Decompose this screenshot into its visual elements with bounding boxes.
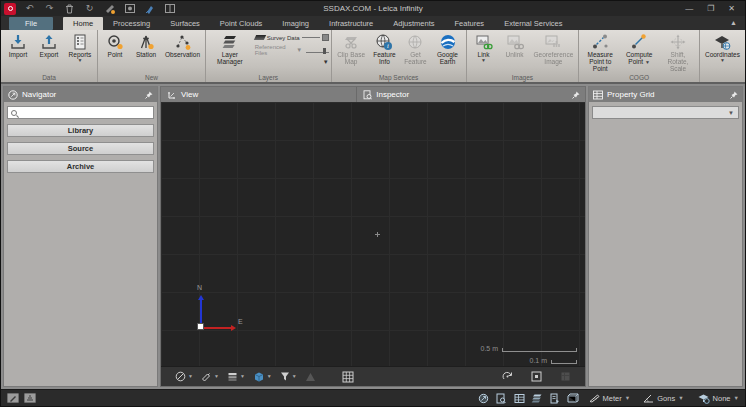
new-station-button[interactable]: Station [131,31,161,58]
search-input[interactable] [20,108,150,117]
tab-point-clouds[interactable]: Point Clouds [210,17,273,30]
tab-home[interactable]: Home [63,17,103,30]
origin-marker [197,323,204,330]
navigator-panel: Navigator Library Source Archive [3,86,158,387]
layer-row-survey-data[interactable]: Survey Data [255,34,329,41]
import-button[interactable]: Import [3,31,33,58]
toggle-navigator-icon[interactable] [477,392,490,404]
tab-infrastructure[interactable]: Infrastructure [319,17,383,30]
property-object-selector[interactable]: ▼ [592,106,739,119]
toggle-inspector-icon[interactable] [495,392,508,404]
navigator-item-library[interactable]: Library [7,124,154,137]
grid-toggle-button[interactable] [340,370,356,384]
layer-manager-button[interactable]: Layer Manager [208,31,252,65]
filter-button[interactable]: ▼ [278,370,299,383]
property-grid-pin-icon[interactable] [730,91,738,99]
property-grid-icon [593,90,603,100]
view-container: View Inspector N E [160,86,586,387]
distance-unit-dropdown-icon: ▼ [625,395,630,401]
zoom-extents-button[interactable] [529,370,544,383]
coordinates-dropdown-icon: ▼ [720,58,725,62]
coordinates-button[interactable]: Coordinates ▼ [702,31,743,62]
search-icon [11,110,17,116]
collapse-ribbon-icon[interactable]: ▲ [730,19,737,26]
layer-swatch-icon [254,35,266,40]
feature-info-button[interactable]: i Feature Info [369,31,399,65]
toggle-layers-icon[interactable] [531,392,544,404]
view-toolbar: ▼ ▼ ▼ ▼ ▼ [161,366,585,386]
navigator-search[interactable] [7,106,154,119]
tab-imaging[interactable]: Imaging [272,17,319,30]
distance-unit-selector[interactable]: Meter ▼ [585,394,635,403]
tab-external-services[interactable]: External Services [494,17,572,30]
navigator-pin-icon[interactable] [145,91,153,99]
status-notes-button[interactable] [7,393,19,403]
referenced-files-dropdown[interactable]: Referenced Files ▼ [255,44,329,56]
north-axis-label: N [197,284,202,291]
pin-view-icon[interactable] [143,3,156,14]
status-messages-button[interactable] [24,393,36,403]
view-3d-button[interactable]: ▼ [251,370,274,383]
compute-point-dropdown-icon: ▼ [645,59,650,65]
clip-base-map-button[interactable]: Clip Base Map [334,31,369,65]
undo-icon[interactable]: ↶ [23,3,36,14]
tab-features[interactable]: Features [445,17,495,30]
measure-tool-button[interactable]: ▼ [199,370,221,383]
sync-icon[interactable]: ↻ [83,3,96,14]
tab-adjustments[interactable]: Adjustments [383,17,444,30]
app-logo-icon[interactable] [4,3,16,15]
new-observation-button[interactable]: Observation [162,31,203,58]
get-feature-button[interactable]: Get Feature [400,31,430,65]
clip-base-map-icon [342,33,360,51]
view-pin-icon[interactable] [572,91,585,99]
compute-point-button[interactable]: Compute Point ▼ [620,31,658,65]
group-label-layers: Layers [208,73,329,82]
camera-box-icon[interactable] [123,3,136,14]
title-bar: ↶ ↷ ↻ SSDAX.COM - Leica Infinity — ❐ ✕ [1,1,745,16]
transparency-slider[interactable] [306,48,329,53]
google-earth-button[interactable]: Google Earth [431,31,463,65]
map-canvas[interactable]: N E 0.5 m 0.1 m [161,102,585,366]
layer-visibility-dropdown-icon: ▼ [240,374,245,379]
ribbon-group-data: Import Export Reports ▼ Data [1,30,98,82]
layers-more-dropdown-icon[interactable]: ▼ [323,59,329,65]
angle-unit-icon [643,394,654,403]
tab-processing[interactable]: Processing [103,17,160,30]
shift-rotate-scale-button[interactable]: Shift, Rotate, Scale [659,31,697,72]
reports-button[interactable]: Reports ▼ [65,31,95,62]
tab-surfaces[interactable]: Surfaces [160,17,210,30]
canvas-crosshair [375,232,380,237]
shift-rotate-scale-icon [669,33,687,51]
unlink-image-button[interactable]: Unlink [500,31,530,58]
tab-inspector[interactable]: Inspector [356,87,415,102]
export-button[interactable]: Export [34,31,64,58]
new-point-button[interactable]: Point [100,31,130,58]
tab-file[interactable]: File [9,17,53,30]
layer-visibility-button[interactable]: ▼ [225,370,247,383]
navigator-item-archive[interactable]: Archive [7,160,154,173]
delete-icon[interactable] [63,3,76,14]
toggle-reports-icon[interactable] [549,392,562,404]
redo-icon[interactable]: ↷ [43,3,56,14]
georeference-image-button[interactable]: Georeference Image [531,31,577,65]
close-button[interactable]: ✕ [728,5,735,13]
toggle-property-grid-icon[interactable] [513,392,526,404]
ribbon: Import Export Reports ▼ Data [1,30,745,84]
snapshot-tool-icon[interactable] [103,3,116,14]
layer-style-icon[interactable] [322,34,329,41]
measure-point-to-point-button[interactable]: Measure Point to Point [581,31,619,72]
navigator-item-source[interactable]: Source [7,142,154,155]
link-image-button[interactable]: Link ▼ [469,31,499,62]
window-split-icon[interactable] [163,3,176,14]
east-axis-label: E [238,318,243,325]
angle-unit-selector[interactable]: Gons ▼ [639,394,687,403]
surface-toggle-button[interactable] [303,371,318,383]
restore-button[interactable]: ❐ [707,5,714,13]
navigation-cube-button[interactable] [558,370,573,383]
reset-rotation-button[interactable] [500,370,515,383]
coordinate-system-selector[interactable]: None ▼ [693,393,739,404]
tab-view[interactable]: View [161,87,204,102]
toggle-views-icon[interactable] [567,392,580,404]
minimize-button[interactable]: — [685,5,693,13]
selection-mode-button[interactable]: ▼ [173,370,195,383]
